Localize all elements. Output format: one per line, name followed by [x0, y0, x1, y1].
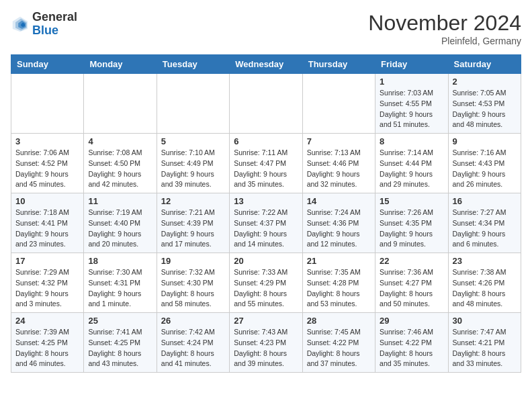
calendar-body: 1Sunrise: 7:03 AM Sunset: 4:55 PM Daylig… — [11, 74, 521, 373]
calendar-cell: 4Sunrise: 7:08 AM Sunset: 4:50 PM Daylig… — [84, 134, 157, 193]
day-number: 19 — [161, 256, 225, 266]
day-info: Sunrise: 7:06 AM Sunset: 4:52 PM Dayligh… — [15, 148, 79, 190]
calendar-cell: 8Sunrise: 7:14 AM Sunset: 4:44 PM Daylig… — [375, 134, 448, 193]
calendar-cell: 15Sunrise: 7:26 AM Sunset: 4:35 PM Dayli… — [375, 193, 448, 253]
day-info: Sunrise: 7:05 AM Sunset: 4:53 PM Dayligh… — [453, 88, 517, 130]
day-info: Sunrise: 7:29 AM Sunset: 4:32 PM Dayligh… — [15, 267, 79, 310]
day-info: Sunrise: 7:24 AM Sunset: 4:36 PM Dayligh… — [307, 208, 371, 250]
day-number: 25 — [88, 316, 152, 326]
calendar-cell: 29Sunrise: 7:46 AM Sunset: 4:22 PM Dayli… — [375, 313, 448, 373]
day-number: 20 — [234, 256, 298, 266]
day-info: Sunrise: 7:41 AM Sunset: 4:25 PM Dayligh… — [88, 327, 152, 369]
day-number: 24 — [15, 316, 79, 326]
day-number: 2 — [453, 77, 517, 87]
page-header: General Blue November 2024 Pleinfeld, Ge… — [11, 11, 521, 46]
day-info: Sunrise: 7:08 AM Sunset: 4:50 PM Dayligh… — [88, 148, 152, 190]
day-number: 30 — [453, 316, 517, 326]
calendar-cell: 20Sunrise: 7:33 AM Sunset: 4:29 PM Dayli… — [230, 253, 302, 313]
logo-icon — [11, 15, 30, 34]
day-number: 7 — [307, 136, 371, 146]
title-section: November 2024 Pleinfeld, Germany — [368, 11, 521, 46]
calendar-week-2: 10Sunrise: 7:18 AM Sunset: 4:41 PM Dayli… — [11, 193, 521, 253]
calendar-cell: 22Sunrise: 7:36 AM Sunset: 4:27 PM Dayli… — [375, 253, 448, 313]
day-number: 11 — [88, 196, 152, 206]
calendar-cell: 26Sunrise: 7:42 AM Sunset: 4:24 PM Dayli… — [157, 313, 229, 373]
day-info: Sunrise: 7:30 AM Sunset: 4:31 PM Dayligh… — [88, 267, 152, 310]
header-friday: Friday — [375, 55, 448, 74]
header-sunday: Sunday — [11, 55, 84, 74]
header-tuesday: Tuesday — [157, 55, 229, 74]
day-info: Sunrise: 7:39 AM Sunset: 4:25 PM Dayligh… — [15, 327, 79, 369]
calendar-cell: 7Sunrise: 7:13 AM Sunset: 4:46 PM Daylig… — [302, 134, 375, 193]
logo-text: General Blue — [32, 11, 77, 38]
calendar-cell — [157, 74, 229, 134]
day-info: Sunrise: 7:33 AM Sunset: 4:29 PM Dayligh… — [234, 267, 298, 310]
day-number: 15 — [380, 196, 443, 206]
logo: General Blue — [11, 11, 77, 38]
day-number: 14 — [307, 196, 371, 206]
calendar-cell — [230, 74, 302, 134]
day-number: 10 — [15, 196, 79, 206]
day-number: 5 — [161, 136, 225, 146]
day-number: 9 — [453, 136, 517, 146]
day-info: Sunrise: 7:03 AM Sunset: 4:55 PM Dayligh… — [380, 88, 443, 130]
day-number: 1 — [380, 77, 443, 87]
day-info: Sunrise: 7:19 AM Sunset: 4:40 PM Dayligh… — [88, 208, 152, 250]
calendar-cell: 19Sunrise: 7:32 AM Sunset: 4:30 PM Dayli… — [157, 253, 229, 313]
calendar-cell: 17Sunrise: 7:29 AM Sunset: 4:32 PM Dayli… — [11, 253, 84, 313]
day-info: Sunrise: 7:27 AM Sunset: 4:34 PM Dayligh… — [453, 208, 517, 250]
day-number: 4 — [88, 136, 152, 146]
day-number: 21 — [307, 256, 371, 266]
day-number: 8 — [380, 136, 443, 146]
day-info: Sunrise: 7:10 AM Sunset: 4:49 PM Dayligh… — [161, 148, 225, 190]
day-info: Sunrise: 7:18 AM Sunset: 4:41 PM Dayligh… — [15, 208, 79, 250]
location: Pleinfeld, Germany — [368, 36, 521, 46]
day-number: 22 — [380, 256, 443, 266]
header-thursday: Thursday — [302, 55, 375, 74]
calendar-cell: 13Sunrise: 7:22 AM Sunset: 4:37 PM Dayli… — [230, 193, 302, 253]
calendar-cell: 24Sunrise: 7:39 AM Sunset: 4:25 PM Dayli… — [11, 313, 84, 373]
day-info: Sunrise: 7:45 AM Sunset: 4:22 PM Dayligh… — [307, 327, 371, 369]
calendar-cell: 14Sunrise: 7:24 AM Sunset: 4:36 PM Dayli… — [302, 193, 375, 253]
calendar-week-3: 17Sunrise: 7:29 AM Sunset: 4:32 PM Dayli… — [11, 253, 521, 313]
day-number: 12 — [161, 196, 225, 206]
calendar-cell — [302, 74, 375, 134]
day-info: Sunrise: 7:22 AM Sunset: 4:37 PM Dayligh… — [234, 208, 298, 250]
header-monday: Monday — [84, 55, 157, 74]
calendar-cell: 5Sunrise: 7:10 AM Sunset: 4:49 PM Daylig… — [157, 134, 229, 193]
day-info: Sunrise: 7:13 AM Sunset: 4:46 PM Dayligh… — [307, 148, 371, 190]
day-info: Sunrise: 7:32 AM Sunset: 4:30 PM Dayligh… — [161, 267, 225, 310]
day-number: 18 — [88, 256, 152, 266]
day-number: 28 — [307, 316, 371, 326]
calendar-week-1: 3Sunrise: 7:06 AM Sunset: 4:52 PM Daylig… — [11, 134, 521, 193]
header-row: Sunday Monday Tuesday Wednesday Thursday… — [11, 55, 521, 74]
calendar-cell: 11Sunrise: 7:19 AM Sunset: 4:40 PM Dayli… — [84, 193, 157, 253]
day-info: Sunrise: 7:42 AM Sunset: 4:24 PM Dayligh… — [161, 327, 225, 369]
calendar-cell: 27Sunrise: 7:43 AM Sunset: 4:23 PM Dayli… — [230, 313, 302, 373]
header-wednesday: Wednesday — [230, 55, 302, 74]
day-number: 17 — [15, 256, 79, 266]
day-info: Sunrise: 7:26 AM Sunset: 4:35 PM Dayligh… — [380, 208, 443, 250]
calendar-week-0: 1Sunrise: 7:03 AM Sunset: 4:55 PM Daylig… — [11, 74, 521, 134]
calendar-cell: 3Sunrise: 7:06 AM Sunset: 4:52 PM Daylig… — [11, 134, 84, 193]
calendar-header: Sunday Monday Tuesday Wednesday Thursday… — [11, 55, 521, 74]
day-info: Sunrise: 7:46 AM Sunset: 4:22 PM Dayligh… — [380, 327, 443, 369]
calendar-cell: 25Sunrise: 7:41 AM Sunset: 4:25 PM Dayli… — [84, 313, 157, 373]
day-info: Sunrise: 7:38 AM Sunset: 4:26 PM Dayligh… — [453, 267, 517, 310]
calendar-cell: 1Sunrise: 7:03 AM Sunset: 4:55 PM Daylig… — [375, 74, 448, 134]
day-number: 6 — [234, 136, 298, 146]
calendar-cell: 12Sunrise: 7:21 AM Sunset: 4:39 PM Dayli… — [157, 193, 229, 253]
calendar-week-4: 24Sunrise: 7:39 AM Sunset: 4:25 PM Dayli… — [11, 313, 521, 373]
calendar-cell: 2Sunrise: 7:05 AM Sunset: 4:53 PM Daylig… — [448, 74, 521, 134]
calendar-cell: 18Sunrise: 7:30 AM Sunset: 4:31 PM Dayli… — [84, 253, 157, 313]
day-info: Sunrise: 7:14 AM Sunset: 4:44 PM Dayligh… — [380, 148, 443, 190]
day-info: Sunrise: 7:35 AM Sunset: 4:28 PM Dayligh… — [307, 267, 371, 310]
day-number: 3 — [15, 136, 79, 146]
day-info: Sunrise: 7:43 AM Sunset: 4:23 PM Dayligh… — [234, 327, 298, 369]
calendar-cell — [84, 74, 157, 134]
calendar-cell — [11, 74, 84, 134]
calendar-cell: 28Sunrise: 7:45 AM Sunset: 4:22 PM Dayli… — [302, 313, 375, 373]
day-info: Sunrise: 7:36 AM Sunset: 4:27 PM Dayligh… — [380, 267, 443, 310]
calendar-cell: 10Sunrise: 7:18 AM Sunset: 4:41 PM Dayli… — [11, 193, 84, 253]
day-info: Sunrise: 7:11 AM Sunset: 4:47 PM Dayligh… — [234, 148, 298, 190]
